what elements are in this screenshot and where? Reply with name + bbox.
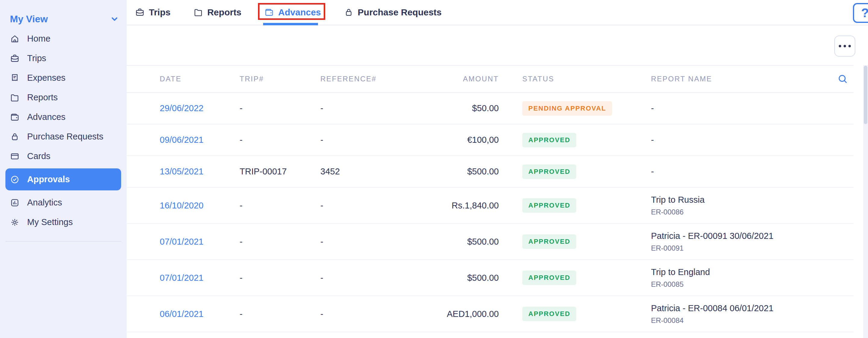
amount-cell: Rs.1,840.00	[420, 201, 499, 210]
tab-trips[interactable]: Trips	[135, 0, 170, 25]
report-name: Patricia - ER-00084 06/01/2021	[651, 303, 847, 313]
sidebar-item-label: Trips	[27, 53, 46, 63]
sidebar-item-advances[interactable]: Advances	[0, 107, 127, 127]
sidebar-item-home[interactable]: Home	[0, 29, 127, 48]
date-link[interactable]: 06/01/2021	[160, 309, 204, 319]
report-name: -	[651, 103, 847, 113]
table-row[interactable]: 29/06/2022--$50.00PENDING APPROVAL-	[127, 93, 854, 125]
tab-purchase-requests[interactable]: Purchase Requests	[344, 0, 441, 25]
report-cell: Trip to EnglandER-00085	[651, 267, 854, 289]
reference-cell: -	[320, 135, 420, 145]
column-header-date[interactable]: DATE	[160, 75, 240, 83]
briefcase-icon	[135, 7, 145, 17]
date-link[interactable]: 07/01/2021	[160, 273, 204, 282]
amount-cell: $500.00	[420, 273, 499, 283]
search-icon	[837, 73, 848, 84]
report-number: ER-00091	[651, 244, 847, 252]
column-header-reference[interactable]: REFERENCE#	[320, 75, 420, 83]
main-panel: TripsReportsAdvancesPurchase Requests ? …	[127, 0, 868, 338]
trip-cell: -	[240, 309, 320, 319]
briefcase-icon	[10, 54, 20, 63]
help-button[interactable]: ?	[853, 3, 868, 23]
lock-icon	[344, 7, 353, 17]
table-body: 29/06/2022--$50.00PENDING APPROVAL-09/06…	[127, 93, 854, 332]
amount-cell: $50.00	[420, 103, 499, 113]
reference-cell: -	[320, 237, 420, 247]
help-label: ?	[861, 6, 868, 20]
sidebar-view-switcher[interactable]: My View	[0, 0, 127, 29]
sidebar-item-reports[interactable]: Reports	[0, 88, 127, 107]
date-link[interactable]: 09/06/2021	[160, 135, 204, 145]
date-link[interactable]: 07/01/2021	[160, 237, 204, 246]
status-badge: APPROVED	[522, 307, 576, 321]
column-header-amount[interactable]: AMOUNT	[420, 75, 499, 83]
tab-advances[interactable]: Advances	[264, 0, 321, 25]
search-button[interactable]	[837, 73, 849, 85]
column-header-report-name[interactable]: REPORT NAME	[651, 75, 854, 83]
sidebar-item-trips[interactable]: Trips	[0, 48, 127, 68]
sidebar-item-label: Advances	[27, 112, 65, 122]
card-icon	[10, 151, 20, 161]
reference-cell: 3452	[320, 167, 420, 176]
tab-label: Purchase Requests	[358, 7, 441, 18]
chevron-down-icon[interactable]	[110, 14, 119, 24]
amount-cell: $500.00	[420, 237, 499, 247]
scrollbar-track[interactable]	[863, 65, 868, 338]
table-row[interactable]: 16/10/2020--Rs.1,840.00APPROVEDTrip to R…	[127, 188, 854, 224]
reference-cell: -	[320, 103, 420, 113]
ellipsis-icon	[848, 45, 851, 47]
report-name: -	[651, 135, 847, 145]
reference-cell: -	[320, 201, 420, 210]
table-row[interactable]: 07/01/2021--$500.00APPROVEDPatricia - ER…	[127, 224, 854, 260]
sidebar-item-label: Home	[27, 34, 50, 44]
amount-cell: AED1,000.00	[420, 309, 499, 319]
table-header: DATE TRIP# REFERENCE# AMOUNT STATUS REPO…	[127, 66, 854, 93]
report-number: ER-00084	[651, 316, 847, 325]
sidebar-item-expenses[interactable]: Expenses	[0, 68, 127, 88]
sidebar-item-label: Reports	[27, 93, 58, 102]
date-link[interactable]: 29/06/2022	[160, 103, 204, 113]
date-link[interactable]: 16/10/2020	[160, 201, 204, 210]
reference-cell: -	[320, 273, 420, 283]
scrollbar-thumb[interactable]	[864, 66, 867, 124]
gear-icon	[10, 217, 20, 227]
trip-cell: -	[240, 103, 320, 113]
app-window: My View HomeTripsExpensesReportsAdvances…	[0, 0, 868, 338]
table-row[interactable]: 13/05/2021TRIP-000173452$500.00APPROVED-	[127, 156, 854, 188]
column-header-status[interactable]: STATUS	[499, 75, 651, 83]
sidebar-item-analytics[interactable]: Analytics	[0, 193, 127, 212]
more-actions-button[interactable]	[834, 36, 855, 57]
trip-cell: TRIP-00017	[240, 167, 320, 176]
report-number: ER-00086	[651, 208, 847, 216]
wallet-icon	[10, 112, 20, 122]
status-badge: APPROVED	[522, 133, 576, 147]
sidebar: My View HomeTripsExpensesReportsAdvances…	[0, 0, 127, 338]
table-row[interactable]: 07/01/2021--$500.00APPROVEDTrip to Engla…	[127, 260, 854, 296]
sidebar-item-my-settings[interactable]: My Settings	[0, 212, 127, 232]
lock-icon	[10, 132, 20, 142]
sidebar-item-purchase-requests[interactable]: Purchase Requests	[0, 127, 127, 146]
trip-cell: -	[240, 201, 320, 210]
sidebar-item-cards[interactable]: Cards	[0, 146, 127, 166]
trip-cell: -	[240, 237, 320, 247]
table-row[interactable]: 09/06/2021--€100,00APPROVED-	[127, 125, 854, 156]
tab-reports[interactable]: Reports	[193, 0, 241, 25]
status-badge: APPROVED	[522, 271, 576, 285]
column-header-trip[interactable]: TRIP#	[240, 75, 320, 83]
report-cell: Patricia - ER-00091 30/06/2021ER-00091	[651, 231, 854, 252]
ellipsis-icon	[844, 45, 846, 47]
report-name: Patricia - ER-00091 30/06/2021	[651, 231, 847, 241]
check-circle-icon	[10, 175, 20, 184]
sidebar-item-label: Purchase Requests	[27, 132, 103, 142]
sidebar-item-approvals[interactable]: Approvals	[5, 168, 121, 191]
analytics-icon	[10, 198, 20, 208]
trip-cell: -	[240, 135, 320, 145]
date-link[interactable]: 13/05/2021	[160, 167, 204, 176]
report-cell: Patricia - ER-00084 06/01/2021ER-00084	[651, 303, 854, 325]
report-name: Trip to England	[651, 267, 847, 277]
table-row[interactable]: 06/01/2021--AED1,000.00APPROVEDPatricia …	[127, 296, 854, 332]
receipt-icon	[10, 73, 20, 83]
sidebar-item-label: Approvals	[27, 174, 70, 184]
status-badge: APPROVED	[522, 165, 576, 179]
trip-cell: -	[240, 273, 320, 283]
